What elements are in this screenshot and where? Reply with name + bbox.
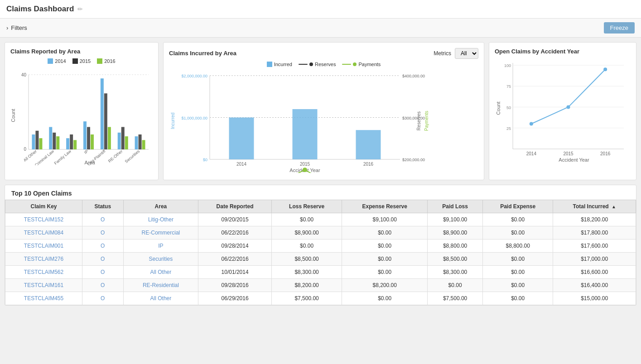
- legend-box-2016: [97, 58, 102, 64]
- svg-point-80: [603, 67, 607, 71]
- svg-text:Litig-Plaintiff: Litig-Plaintiff: [87, 149, 106, 165]
- col-paid-expense: Paid Expense: [483, 200, 553, 213]
- left-chart-legend: 2014 2015 2016: [10, 58, 153, 64]
- data-cell: O: [82, 253, 123, 266]
- svg-rect-33: [142, 140, 145, 149]
- data-cell: $0.00: [342, 226, 428, 239]
- freeze-button[interactable]: Freeze: [604, 22, 635, 34]
- legend-incurred: Incurred: [267, 62, 292, 67]
- area-cell[interactable]: RE-Commercial: [123, 226, 198, 239]
- area-cell[interactable]: All Other: [123, 266, 198, 279]
- svg-rect-11: [49, 127, 52, 150]
- open-claims-table: Claim Key Status Area Date Reported Loss…: [5, 200, 636, 305]
- svg-rect-52: [229, 118, 254, 160]
- data-cell: $8,900.00: [271, 226, 342, 239]
- data-cell: O: [82, 266, 123, 279]
- metrics-row: Metrics All: [434, 48, 478, 59]
- svg-text:0: 0: [24, 147, 26, 152]
- svg-rect-32: [139, 134, 142, 149]
- svg-text:40: 40: [21, 72, 27, 77]
- legend-2014: 2014: [48, 58, 66, 64]
- svg-rect-56: [356, 130, 381, 159]
- svg-text:RE-Other: RE-Other: [107, 149, 124, 163]
- data-cell: $0.00: [428, 279, 483, 292]
- filters-bar: › Filters Freeze: [0, 19, 641, 38]
- data-cell: $8,900.00: [428, 226, 483, 239]
- data-cell: 06/22/2016: [198, 226, 272, 239]
- header: Claims Dashboard ✏: [0, 0, 641, 19]
- svg-rect-54: [293, 109, 318, 159]
- svg-text:Reserves: Reserves: [416, 111, 421, 130]
- svg-text:Family Law: Family Law: [53, 149, 72, 165]
- svg-text:Criminal Law: Criminal Law: [34, 149, 55, 165]
- chevron-right-icon: ›: [6, 24, 8, 31]
- area-cell[interactable]: All Other: [123, 292, 198, 305]
- claim-key-cell[interactable]: TESTCLAIM084: [5, 226, 82, 239]
- claim-key-cell[interactable]: TESTCLAIM152: [5, 213, 82, 226]
- data-cell: $18,200.00: [553, 213, 636, 226]
- table-row: TESTCLAIM001OIP09/28/2014$0.00$0.00$8,80…: [5, 239, 636, 253]
- svg-point-78: [567, 105, 570, 109]
- svg-rect-25: [108, 127, 111, 150]
- data-cell: $16,400.00: [553, 279, 636, 292]
- open-claims-title: Open Claims by Accident Year: [495, 48, 631, 55]
- svg-text:100: 100: [504, 63, 511, 68]
- svg-rect-20: [87, 127, 90, 150]
- mid-chart-legend: Incurred Reserves Payments: [169, 62, 478, 67]
- svg-text:2015: 2015: [563, 151, 574, 156]
- data-cell: $0.00: [483, 213, 553, 226]
- data-cell: O: [82, 279, 123, 292]
- svg-text:2016: 2016: [600, 151, 611, 156]
- svg-text:2014: 2014: [236, 162, 247, 167]
- claims-incurred-panel: Claims Incurred by Area Metrics All Incu…: [163, 42, 484, 180]
- legend-label-reserves: Reserves: [315, 62, 336, 67]
- col-status: Status: [82, 200, 123, 213]
- svg-rect-15: [66, 138, 69, 149]
- filters-toggle[interactable]: › Filters: [6, 24, 27, 31]
- data-cell: O: [82, 226, 123, 239]
- data-cell: $17,000.00: [553, 253, 636, 266]
- claim-key-cell[interactable]: TESTCLAIM001: [5, 239, 82, 253]
- claim-key-cell[interactable]: TESTCLAIM161: [5, 279, 82, 292]
- claim-key-cell[interactable]: TESTCLAIM455: [5, 292, 82, 305]
- data-cell: $8,800.00: [483, 239, 553, 253]
- svg-text:$400,000.00: $400,000.00: [402, 74, 425, 78]
- data-cell: O: [82, 239, 123, 253]
- area-cell[interactable]: Securities: [123, 253, 198, 266]
- claims-incurred-chart: Incurred Reserves Payments Accident Year…: [169, 69, 432, 173]
- data-cell: $0.00: [271, 239, 342, 253]
- legend-box-incurred: [267, 62, 272, 67]
- svg-rect-12: [53, 133, 56, 149]
- data-cell: $0.00: [271, 213, 342, 226]
- table-header-row: Claim Key Status Area Date Reported Loss…: [5, 200, 636, 213]
- svg-rect-27: [118, 133, 121, 149]
- table-row: TESTCLAIM161ORE-Residential09/28/2016$8,…: [5, 279, 636, 292]
- col-area: Area: [123, 200, 198, 213]
- svg-text:Count: Count: [10, 109, 16, 122]
- area-cell[interactable]: IP: [123, 239, 198, 253]
- metrics-select[interactable]: All: [455, 48, 478, 59]
- svg-rect-16: [70, 134, 73, 149]
- claim-key-cell[interactable]: TESTCLAIM562: [5, 266, 82, 279]
- svg-text:2016: 2016: [363, 162, 374, 167]
- data-cell: 06/29/2016: [198, 292, 272, 305]
- svg-text:$0: $0: [203, 158, 207, 162]
- data-cell: 09/28/2016: [198, 279, 272, 292]
- sort-arrow: ▲: [612, 204, 616, 209]
- svg-text:Incurred: Incurred: [170, 113, 175, 129]
- legend-dot-payments: [353, 62, 357, 66]
- area-cell[interactable]: Litig-Other: [123, 213, 198, 226]
- data-cell: $8,200.00: [271, 279, 342, 292]
- data-cell: $8,300.00: [271, 266, 342, 279]
- col-expense-reserve: Expense Reserve: [342, 200, 428, 213]
- edit-icon[interactable]: ✏: [77, 5, 83, 13]
- svg-text:75: 75: [506, 84, 511, 89]
- area-cell[interactable]: RE-Residential: [123, 279, 198, 292]
- table-row: TESTCLAIM084ORE-Commercial06/22/2016$8,9…: [5, 226, 636, 239]
- claim-key-cell[interactable]: TESTCLAIM276: [5, 253, 82, 266]
- table-title: Top 10 Open Claims: [5, 185, 636, 200]
- data-cell: $15,000.00: [553, 292, 636, 305]
- data-cell: 09/28/2014: [198, 239, 272, 253]
- svg-rect-7: [32, 134, 35, 149]
- svg-text:Securities: Securities: [124, 149, 141, 164]
